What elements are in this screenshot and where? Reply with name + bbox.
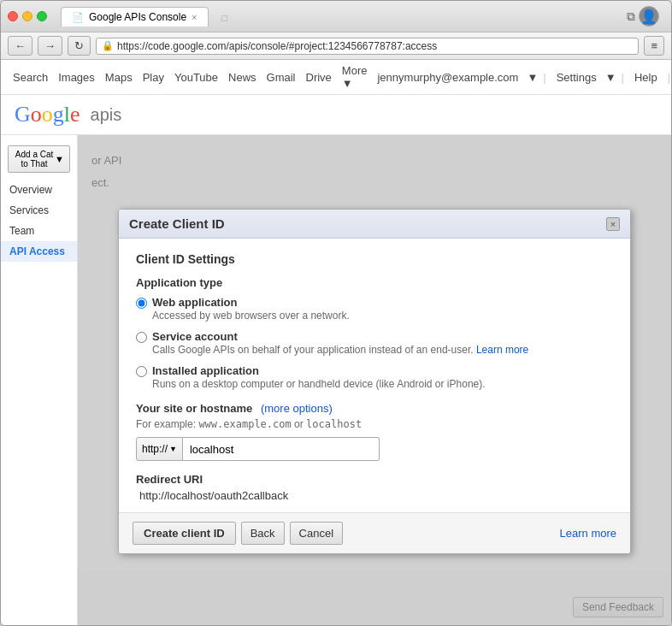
radio-web-desc: Accessed by web browsers over a network. — [152, 310, 350, 322]
minimize-button[interactable] — [22, 11, 32, 21]
modal-overlay: Create Client ID × Client ID Settings Ap… — [78, 135, 671, 625]
add-project-arrow: ▼ — [55, 154, 64, 164]
title-bar: 📄 Google APIs Console × □ ⧉ 👤 — [1, 1, 671, 32]
separator-2: | — [622, 71, 624, 84]
separator-3: | — [668, 71, 670, 84]
hostname-example-or: or — [294, 418, 304, 430]
nav-more[interactable]: More ▼ — [337, 62, 373, 92]
section-title: Client ID Settings — [136, 252, 613, 266]
radio-option-installed: Installed application Runs on a desktop … — [136, 364, 613, 390]
new-tab[interactable]: □ — [210, 9, 240, 27]
create-client-id-modal: Create Client ID × Client ID Settings Ap… — [118, 209, 631, 554]
sidebar-item-team[interactable]: Team — [1, 221, 77, 241]
google-logo: Google — [15, 103, 80, 126]
hostname-example-text: For example: — [136, 418, 196, 430]
radio-web-input[interactable] — [136, 298, 147, 309]
back-button[interactable]: ← — [8, 36, 32, 56]
sidebar-item-api-access-label: API Access — [9, 245, 65, 257]
nav-images[interactable]: Images — [53, 69, 100, 86]
hostname-example: For example: www.example.com or localhos… — [136, 418, 613, 430]
tab-close-icon[interactable]: × — [192, 12, 197, 22]
sidebar-item-overview[interactable]: Overview — [1, 180, 77, 200]
nav-play[interactable]: Play — [138, 69, 169, 86]
main-layout: Add a Cat to That ▼ Overview Services Te… — [1, 135, 671, 625]
learn-more-link[interactable]: Learn more — [560, 527, 616, 540]
forward-button[interactable]: → — [38, 36, 62, 56]
hostname-example-code2: localhost — [306, 418, 362, 430]
sidebar-item-api-access[interactable]: API Access — [1, 241, 77, 262]
settings-dropdown-icon[interactable]: ▼ — [605, 71, 616, 84]
modal-close-button[interactable]: × — [606, 217, 620, 231]
tab-bar: 📄 Google APIs Console × □ — [54, 7, 246, 27]
page-content: Google apis Add a Cat to That ▼ Overview… — [1, 95, 671, 625]
radio-installed-input[interactable] — [136, 366, 147, 377]
hostname-input[interactable] — [183, 437, 380, 461]
user-email[interactable]: jennymurphy@example.com — [372, 69, 523, 86]
redirect-uri-label: Redirect URI — [136, 473, 613, 486]
address-text: https://code.google.com/apis/console/#pr… — [117, 40, 633, 52]
nav-drive[interactable]: Drive — [301, 69, 337, 86]
separator-1: | — [543, 71, 545, 84]
radio-installed-label[interactable]: Installed application — [152, 364, 259, 377]
create-client-id-button[interactable]: Create client ID — [133, 522, 236, 545]
sidebar-top: Add a Cat to That ▼ — [1, 142, 77, 180]
user-dropdown-icon[interactable]: ▼ — [527, 71, 538, 84]
nav-search[interactable]: Search — [8, 69, 53, 86]
nav-bar: ← → ↻ 🔒 https://code.google.com/apis/con… — [1, 32, 671, 60]
hostname-example-code1: www.example.com — [198, 418, 291, 430]
hostname-more-options-link[interactable]: (more options) — [261, 402, 333, 415]
redirect-section: Redirect URI http://localhost/oauth2call… — [136, 473, 613, 502]
modal-title: Create Client ID — [129, 216, 225, 231]
back-button-modal[interactable]: Back — [241, 522, 285, 545]
modal-header: Create Client ID × — [119, 210, 630, 239]
nav-maps[interactable]: Maps — [100, 69, 138, 86]
profile-avatar: 👤 — [639, 6, 659, 27]
traffic-lights — [8, 11, 47, 21]
apis-header: Google apis — [1, 95, 671, 135]
active-tab[interactable]: 📄 Google APIs Console × — [61, 7, 209, 27]
radio-web-label[interactable]: Web application — [152, 296, 237, 309]
sidebar-item-overview-label: Overview — [9, 184, 52, 196]
new-tab-icon: □ — [222, 13, 228, 23]
add-project-button[interactable]: Add a Cat to That ▼ — [8, 145, 70, 173]
cancel-button[interactable]: Cancel — [290, 522, 343, 545]
apis-label: apis — [91, 105, 122, 125]
google-nav: Search Images Maps Play YouTube News Gma… — [1, 60, 671, 95]
sidebar-item-services[interactable]: Services — [1, 200, 77, 221]
protocol-value: http:// — [142, 443, 168, 455]
help-link[interactable]: Help — [629, 69, 663, 86]
main-area: or API ect. Create Client ID × Client ID… — [78, 135, 671, 625]
radio-option-web: Web application Accessed by web browsers… — [136, 296, 613, 322]
modal-body: Client ID Settings Application type Web … — [119, 239, 630, 512]
modal-footer: Create client ID Back Cancel Learn more — [119, 512, 630, 553]
settings-link[interactable]: Settings — [551, 69, 602, 86]
sidebar-item-team-label: Team — [9, 225, 34, 237]
refresh-button[interactable]: ↻ — [68, 36, 91, 56]
nav-gmail[interactable]: Gmail — [262, 69, 301, 86]
tab-label: Google APIs Console — [89, 11, 186, 23]
browser-frame: 📄 Google APIs Console × □ ⧉ 👤 ← → ↻ 🔒 h — [0, 0, 672, 626]
app-type-label: Application type — [136, 276, 613, 289]
protocol-select[interactable]: http:// ▼ — [136, 437, 183, 461]
nav-news[interactable]: News — [223, 69, 262, 86]
protocol-dropdown-icon: ▼ — [169, 445, 177, 453]
tab-favicon: 📄 — [72, 12, 84, 23]
radio-service-desc: Calls Google APIs on behalf of your appl… — [152, 344, 528, 356]
maximize-button[interactable] — [37, 11, 47, 21]
user-nav: jennymurphy@example.com ▼ | Settings ▼ |… — [372, 62, 672, 92]
radio-service-input[interactable] — [136, 332, 147, 343]
nav-youtube[interactable]: YouTube — [169, 69, 223, 86]
close-button[interactable] — [8, 11, 18, 21]
hostname-input-row: http:// ▼ — [136, 437, 613, 461]
restore-icon[interactable]: ⧉ — [627, 9, 635, 24]
lock-icon: 🔒 — [102, 40, 114, 51]
radio-service-label[interactable]: Service account — [152, 330, 238, 343]
browser-menu-button[interactable]: ≡ — [644, 36, 664, 56]
radio-option-service: Service account Calls Google APIs on beh… — [136, 330, 613, 356]
redirect-uri-value: http://localhost/oauth2callback — [139, 489, 288, 502]
service-learn-more-link[interactable]: Learn more — [476, 344, 528, 356]
radio-installed-desc: Runs on a desktop computer or handheld d… — [152, 378, 486, 390]
hostname-section: Your site or hostname (more options) For… — [136, 402, 613, 461]
address-bar[interactable]: 🔒 https://code.google.com/apis/console/#… — [96, 38, 639, 55]
hostname-label: Your site or hostname — [136, 402, 252, 415]
